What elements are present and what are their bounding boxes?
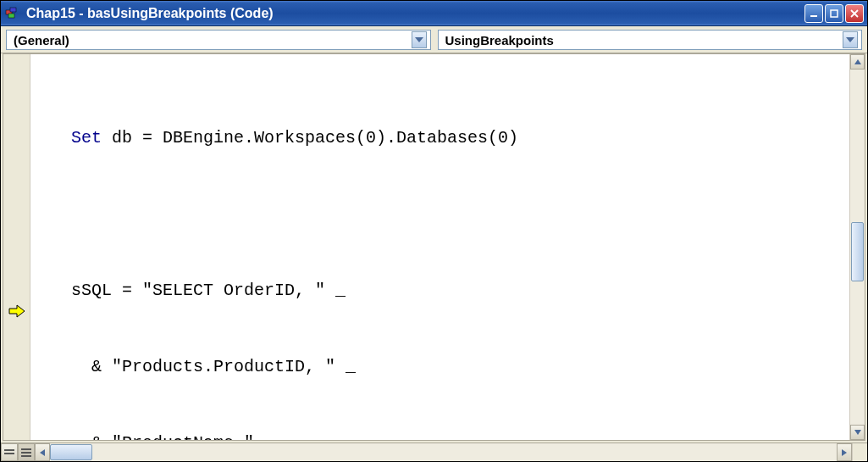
titlebar[interactable]: Chap15 - basUsingBreakpoints (Code) [1, 1, 867, 26]
dropdown-bar: (General) UsingBreakpoints [1, 26, 867, 53]
chevron-down-icon[interactable] [412, 31, 427, 48]
scroll-left-button[interactable] [35, 443, 50, 461]
margin-indicator-bar[interactable] [3, 54, 30, 440]
bottom-bar [1, 443, 867, 461]
scrollbar-thumb[interactable] [851, 222, 864, 281]
full-module-view-button[interactable] [18, 443, 35, 461]
procedure-dropdown[interactable]: UsingBreakpoints [438, 30, 863, 50]
svg-rect-7 [21, 448, 31, 450]
code-line: & "ProductName " _ [30, 431, 849, 440]
code-line: sSQL = "SELECT OrderID, " _ [30, 278, 849, 303]
code-window: Chap15 - basUsingBreakpoints (Code) (Gen… [0, 0, 868, 462]
execution-pointer-icon [7, 303, 27, 319]
scrollbar-track[interactable] [850, 70, 865, 425]
code-editor[interactable]: Set db = DBEngine.Workspaces(0).Database… [3, 53, 865, 441]
code-line: Set db = DBEngine.Workspaces(0).Database… [30, 125, 849, 151]
maximize-button[interactable] [825, 4, 843, 23]
scrollbar-thumb[interactable] [50, 444, 92, 460]
app-icon [4, 5, 21, 22]
svg-rect-3 [810, 15, 817, 17]
svg-rect-1 [10, 8, 16, 12]
scroll-up-button[interactable] [850, 54, 865, 70]
svg-rect-2 [8, 14, 14, 18]
code-line: & "Products.ProductID, " _ [30, 354, 849, 380]
svg-rect-6 [4, 453, 14, 454]
scroll-right-button[interactable] [837, 443, 852, 461]
procedure-dropdown-value: UsingBreakpoints [445, 33, 843, 47]
scroll-down-button[interactable] [850, 425, 865, 440]
chevron-down-icon[interactable] [843, 31, 858, 48]
svg-rect-4 [831, 10, 838, 17]
procedure-view-button[interactable] [1, 443, 18, 461]
svg-rect-9 [21, 455, 31, 457]
code-text-area[interactable]: Set db = DBEngine.Workspaces(0).Database… [30, 54, 849, 440]
minimize-button[interactable] [804, 4, 823, 23]
object-dropdown-value: (General) [14, 33, 412, 47]
svg-rect-5 [4, 449, 14, 451]
scrollbar-corner [852, 443, 867, 461]
horizontal-scrollbar[interactable] [35, 443, 852, 461]
object-dropdown[interactable]: (General) [6, 30, 431, 50]
close-button[interactable] [845, 4, 864, 23]
window-controls [804, 4, 864, 23]
code-line [30, 202, 849, 227]
scrollbar-track[interactable] [50, 443, 837, 461]
svg-rect-8 [21, 452, 31, 454]
vertical-scrollbar[interactable] [849, 54, 865, 440]
window-title: Chap15 - basUsingBreakpoints (Code) [26, 6, 804, 21]
